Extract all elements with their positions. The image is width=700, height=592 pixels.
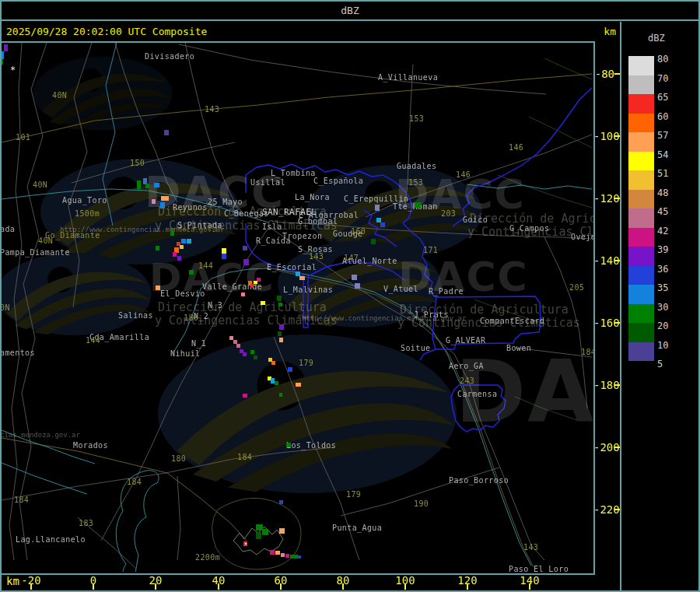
right-axis-tick [614,509,620,510]
right-axis-tick-label: -200 [593,443,614,453]
bottom-axis-tick [30,583,32,590]
legend-color-swatch [628,266,654,285]
legend-color-swatch [628,304,654,324]
legend-value-label: 42 [657,226,681,236]
bottom-axis-tick [93,583,94,590]
legend-value-label: 54 [657,150,681,159]
legend-value-label: 39 [657,245,681,254]
bottom-axis-tick [342,583,344,590]
legend-color-swatch [628,56,654,75]
legend-value-label: 65 [657,93,681,102]
page-title: dBZ [341,5,359,16]
right-axis-tick-label: -180 [593,380,614,391]
right-axis-tick [614,73,620,75]
right-axis-tick-label: -160 [593,318,614,328]
legend-color-swatch [628,342,654,362]
radar-map-canvas: DACCDACCDACCDACCDACCDirección de Agricul… [2,41,595,575]
legend-color-swatch [628,170,654,190]
bottom-axis-tick [218,583,219,590]
bottom-axis-tick [155,583,156,590]
legend-value-label: 20 [657,321,681,331]
timestamp: 2025/09/28 20:02:00 UTC Composite [6,26,207,37]
right-axis-tick-label: -140 [593,256,614,266]
legend-color-swatch [628,323,654,342]
legend-value-label: 57 [657,131,681,140]
title-bar: dBZ [0,2,700,19]
legend-value-label: 51 [657,169,681,178]
right-axis-tick [614,260,620,261]
legend-color-swatch [628,94,654,114]
legend-color-swatch [628,208,654,228]
legend-value-label: 60 [657,112,681,121]
legend-value-label: 70 [657,74,681,83]
right-axis-tick-label: -220 [593,505,614,515]
legend-color-swatch [628,247,654,266]
right-axis-tick-label: -120 [593,194,614,204]
legend-divider [620,22,621,592]
right-axis-tick [614,198,620,199]
right-axis-tick [614,447,620,448]
bottom-axis-tick [404,583,406,590]
legend-value-label: 30 [657,303,681,312]
bottom-axis-tick [529,583,530,590]
reflectivity-legend: dBZ 807065605754514845423936353020105 [621,22,700,590]
km-unit-label-top: km [596,26,616,37]
right-axis-tick-label: -100 [593,131,614,142]
right-axis-tick [614,135,620,137]
legend-value-label: 5 [657,359,681,369]
legend-color-swatch [628,114,654,133]
elevation-contours [474,58,592,420]
legend-title: dBZ [648,33,665,44]
bottom-axis-tick [280,583,282,590]
legend-color-swatch [628,152,654,171]
right-axis-tick-label: -80 [593,69,614,79]
legend-color-swatch [628,132,654,152]
basemap-graphics [2,43,593,572]
title-divider [0,19,700,21]
legend-value-label: 10 [657,341,681,350]
bottom-axis-tick [467,583,468,590]
legend-value-label: 45 [657,207,681,216]
right-axis-tick [614,322,620,324]
legend-value-label: 80 [657,54,681,64]
status-row: 2025/09/28 20:02:00 UTC Composite km [0,22,700,41]
legend-value-label: 36 [657,264,681,274]
legend-value-label: 48 [657,188,681,198]
radar-viewer-window: dBZ 2025/09/28 20:02:00 UTC Composite km [0,0,700,592]
legend-value-label: 35 [657,283,681,292]
legend-color-swatch [628,75,654,95]
legend-color-swatch [628,285,654,304]
right-axis-tick [614,384,620,386]
legend-color-swatch [628,190,654,209]
legend-color-swatch [628,228,654,247]
volcano-contours [212,498,301,569]
